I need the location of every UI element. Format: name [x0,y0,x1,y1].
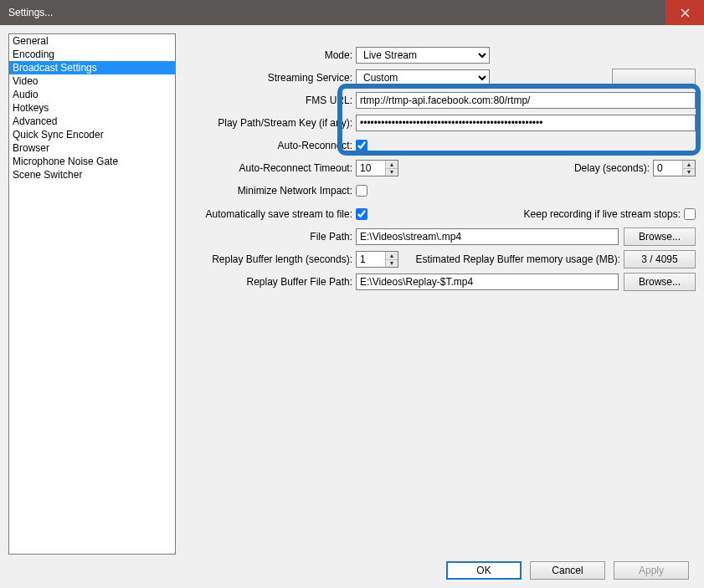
close-button[interactable] [665,0,704,25]
mode-select[interactable]: Live Stream [356,47,490,64]
settings-panel: Mode: Live Stream Streaming Service: Cus… [184,33,696,555]
delay-label: Delay (seconds): [574,162,653,174]
sidebar-item-hotkeys[interactable]: Hotkeys [9,101,175,115]
auto-reconnect-timeout-label: Auto-Reconnect Timeout: [184,162,356,174]
dialog-buttons: OK Cancel Apply [446,561,689,580]
auto-save-stream-checkbox[interactable] [356,208,367,220]
sidebar-item-advanced[interactable]: Advanced [9,115,175,128]
file-path-input[interactable] [356,228,619,245]
sidebar-item-encoding[interactable]: Encoding [9,48,175,61]
replay-buffer-memory-label: Estimated Replay Buffer memory usage (MB… [415,253,624,265]
sidebar-item-scene-switcher[interactable]: Scene Switcher [9,168,175,182]
cancel-button[interactable]: Cancel [530,561,605,580]
delay-spinner[interactable]: ▲▼ [653,160,696,176]
auto-reconnect-timeout-spinner[interactable]: ▲▼ [356,160,398,176]
apply-button[interactable]: Apply [614,561,689,580]
auto-save-stream-label: Automatically save stream to file: [184,208,356,220]
streaming-service-action-button[interactable] [612,69,696,87]
replay-buffer-length-input[interactable] [357,252,385,267]
replay-buffer-file-path-browse-button[interactable]: Browse... [624,273,696,291]
stream-key-label: Play Path/Stream Key (if any): [184,117,356,129]
fms-url-input[interactable] [356,92,696,109]
sidebar-item-broadcast-settings[interactable]: Broadcast Settings [9,61,175,74]
sidebar-item-general[interactable]: General [9,34,175,48]
minimize-network-impact-checkbox[interactable] [356,185,367,197]
spinner-down-icon[interactable]: ▼ [386,260,398,268]
replay-buffer-memory-display: 3 / 4095 [624,250,696,268]
stream-key-input[interactable] [356,115,696,131]
close-icon [681,8,690,18]
sidebar-item-audio[interactable]: Audio [9,88,175,101]
spinner-down-icon[interactable]: ▼ [386,169,398,176]
spinner-up-icon[interactable]: ▲ [683,161,695,169]
replay-buffer-length-label: Replay Buffer length (seconds): [184,253,356,265]
replay-buffer-file-path-input[interactable] [356,274,619,290]
streaming-service-label: Streaming Service: [184,72,356,84]
file-path-browse-button[interactable]: Browse... [624,228,696,246]
sidebar-item-browser[interactable]: Browser [9,141,175,155]
replay-buffer-length-spinner[interactable]: ▲▼ [356,251,398,268]
auto-reconnect-timeout-input[interactable] [357,161,385,176]
sidebar-item-video[interactable]: Video [9,74,175,88]
title-bar: Settings... [0,0,704,25]
streaming-service-select[interactable]: Custom [356,69,490,86]
spinner-down-icon[interactable]: ▼ [683,169,695,176]
delay-input[interactable] [654,161,682,176]
keep-recording-label: Keep recording if live stream stops: [524,208,684,220]
spinner-up-icon[interactable]: ▲ [386,161,398,169]
mode-label: Mode: [184,49,356,61]
auto-reconnect-label: Auto-Reconnect: [184,140,356,151]
window-title: Settings... [8,7,53,18]
sidebar-item-microphone-noise-gate[interactable]: Microphone Noise Gate [9,155,175,168]
minimize-network-impact-label: Minimize Network Impact: [184,185,356,197]
spinner-up-icon[interactable]: ▲ [386,252,398,260]
keep-recording-checkbox[interactable] [684,208,696,220]
ok-button[interactable]: OK [446,561,522,580]
auto-reconnect-checkbox[interactable] [356,140,367,151]
replay-buffer-file-path-label: Replay Buffer File Path: [184,276,356,288]
settings-category-list[interactable]: General Encoding Broadcast Settings Vide… [8,33,176,555]
fms-url-label: FMS URL: [184,95,356,106]
file-path-label: File Path: [184,231,356,243]
sidebar-item-quick-sync-encoder[interactable]: Quick Sync Encoder [9,128,175,141]
